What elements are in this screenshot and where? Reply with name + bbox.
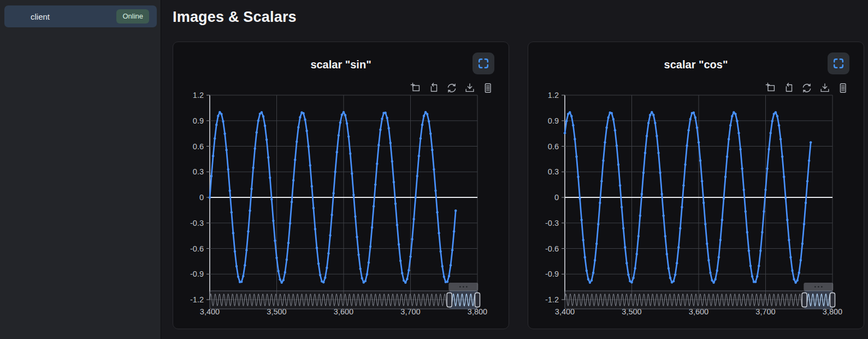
y-tick-label: 0.3 — [193, 167, 204, 176]
y-tick-label: 0.9 — [548, 116, 559, 125]
area-zoom-button[interactable] — [764, 81, 777, 95]
chart-title-cos: scalar "cos" — [528, 59, 864, 71]
restore-icon — [801, 82, 813, 94]
y-tick-label: 0.3 — [548, 167, 559, 176]
app-window: client Online Images & Scalars 1.20.90.6… — [0, 0, 868, 339]
client-label: client — [31, 12, 50, 21]
chart-toolbar — [409, 81, 494, 95]
y-tick-label: -0.6 — [545, 244, 559, 253]
expand-button[interactable] — [473, 52, 494, 74]
y-tick-label: 0 — [199, 193, 204, 202]
zoom-back-icon — [783, 82, 795, 94]
save-image-button[interactable] — [818, 81, 831, 95]
zoom-back-button[interactable] — [782, 81, 795, 95]
area-zoom-icon — [410, 82, 422, 94]
sidebar-item-client[interactable]: client Online — [4, 5, 157, 27]
restore-button[interactable] — [800, 81, 813, 95]
datazoom-handle-left[interactable] — [447, 293, 452, 307]
main-content: Images & Scalars 1.20.90.60.30-0.3-0.6-0… — [162, 0, 868, 339]
y-tick-label: 1.2 — [193, 91, 204, 100]
chart-toolbar — [764, 81, 849, 95]
y-tick-label: -0.6 — [190, 244, 204, 253]
data-view-icon — [482, 82, 494, 94]
y-tick-label: 0.6 — [193, 142, 204, 151]
expand-button[interactable] — [828, 52, 849, 74]
area-zoom-button[interactable] — [409, 81, 422, 95]
page-title: Images & Scalars — [173, 9, 297, 26]
datazoom-slider[interactable] — [565, 283, 835, 309]
zoom-back-button[interactable] — [427, 81, 440, 95]
y-tick-label: -0.3 — [190, 219, 204, 227]
y-tick-label: 0 — [554, 193, 559, 202]
y-tick-label: -0.3 — [545, 219, 559, 227]
y-tick-label: -0.9 — [545, 270, 559, 278]
restore-icon — [446, 82, 458, 94]
data-view-button[interactable] — [481, 81, 494, 95]
datazoom-handle-right[interactable] — [830, 293, 835, 307]
data-view-icon — [837, 82, 849, 94]
zoom-back-icon — [428, 82, 440, 94]
data-view-button[interactable] — [836, 81, 849, 95]
save-image-button[interactable] — [463, 81, 476, 95]
area-zoom-icon — [765, 82, 777, 94]
expand-icon — [832, 57, 845, 70]
expand-icon — [477, 57, 490, 70]
y-tick-label: 0.9 — [193, 116, 204, 125]
chart-panel-sin: 1.20.90.60.30-0.3-0.6-0.9-1.23,4003,5003… — [173, 42, 509, 329]
chart-panel-cos: 1.20.90.60.30-0.3-0.6-0.9-1.23,4003,5003… — [528, 42, 864, 329]
chart-title-sin: scalar "sin" — [173, 59, 509, 71]
save-image-icon — [819, 82, 831, 94]
y-tick-label: 0.6 — [548, 142, 559, 151]
y-tick-label: -1.2 — [545, 295, 559, 304]
y-tick-label: -0.9 — [190, 270, 204, 278]
datazoom-slider[interactable] — [210, 283, 480, 309]
datazoom-handle-right[interactable] — [475, 293, 480, 307]
y-tick-label: -1.2 — [190, 295, 204, 304]
status-badge: Online — [116, 9, 149, 24]
restore-button[interactable] — [445, 81, 458, 95]
y-tick-label: 1.2 — [548, 91, 559, 100]
sidebar: client Online — [0, 0, 161, 339]
datazoom-handle-left[interactable] — [802, 293, 807, 307]
save-image-icon — [464, 82, 476, 94]
